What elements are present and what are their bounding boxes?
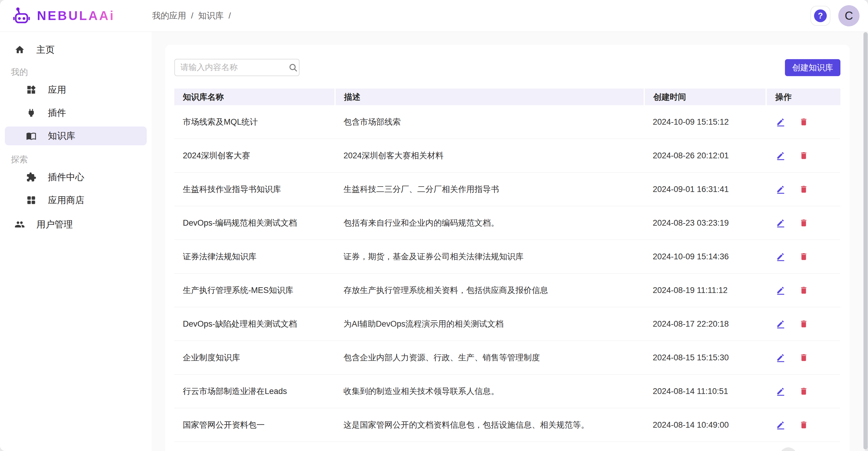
kb-description: 证券，期货，基金及证券公司相关法律法规知识库 <box>335 251 644 262</box>
delete-button[interactable] <box>799 319 809 329</box>
widgets-icon <box>26 85 36 95</box>
breadcrumb-separator: / <box>228 11 231 21</box>
search-icon[interactable] <box>288 63 298 72</box>
edit-pencil-icon <box>776 286 785 295</box>
sidebar-item-label: 应用商店 <box>48 194 84 207</box>
breadcrumb-knowledge-base[interactable]: 知识库 <box>198 10 224 22</box>
kb-name[interactable]: 2024深圳创客大赛 <box>174 150 335 161</box>
breadcrumb-my-apps[interactable]: 我的应用 <box>152 10 186 22</box>
kb-created-time: 2024-10-09 15:15:12 <box>644 117 766 127</box>
edit-button[interactable] <box>776 218 785 228</box>
toolbar: 创建知识库 <box>174 59 840 76</box>
help-button[interactable]: ? <box>810 6 830 26</box>
delete-button[interactable] <box>799 285 809 295</box>
trash-icon <box>799 319 808 328</box>
sidebar-group-my: 我的 <box>0 67 152 77</box>
table-body: 市场线索及MQL统计 包含市场部线索 2024-10-09 15:15:12 <box>174 105 840 442</box>
app-window: NEBULAAi 我的应用 / 知识库 / ? C 主页 我的 应用 插件 <box>0 0 868 451</box>
kb-created-time: 2024-08-26 20:12:01 <box>644 151 766 160</box>
edit-pencil-icon <box>776 218 785 228</box>
kb-created-time: 2024-08-14 11:10:51 <box>644 387 766 396</box>
table-row: 企业制度知识库 包含企业内部人力资源、行政、生产、销售等管理制度 2024-08… <box>174 341 840 374</box>
logo[interactable]: NEBULAAi <box>11 6 140 26</box>
edit-button[interactable] <box>776 353 785 362</box>
delete-button[interactable] <box>799 252 809 262</box>
sidebar: 主页 我的 应用 插件 知识库 探索 插件中心 应用商店 用户管理 <box>0 32 152 451</box>
header-actions: ? C <box>810 5 860 26</box>
search-box <box>174 59 300 76</box>
row-actions <box>766 218 840 228</box>
avatar[interactable]: C <box>838 5 860 26</box>
create-knowledge-base-button[interactable]: 创建知识库 <box>785 59 840 76</box>
edit-button[interactable] <box>776 319 785 329</box>
edit-pencil-icon <box>776 185 785 194</box>
table-row: DevOps-缺陷处理相关测试文档 为AI辅助DevOps流程演示用的相关测试文… <box>174 307 840 341</box>
trash-icon <box>799 353 808 362</box>
sidebar-item-label: 知识库 <box>48 130 75 142</box>
delete-button[interactable] <box>799 151 809 160</box>
sidebar-item-app-store[interactable]: 应用商店 <box>5 191 147 210</box>
row-actions <box>766 117 840 127</box>
kb-name[interactable]: 企业制度知识库 <box>174 352 335 363</box>
scrollbar-thumb[interactable] <box>864 32 868 450</box>
kb-description: 这是国家管网公开的文档资料信息包，包括设施信息、相关规范等。 <box>335 419 644 430</box>
delete-button[interactable] <box>799 386 809 396</box>
kb-name[interactable]: DevOps-编码规范相关测试文档 <box>174 217 335 229</box>
table-row: 市场线索及MQL统计 包含市场部线索 2024-10-09 15:15:12 <box>174 105 840 139</box>
edit-pencil-icon <box>776 387 785 396</box>
edit-button[interactable] <box>776 117 785 127</box>
trash-icon <box>799 286 808 295</box>
kb-created-time: 2024-08-23 03:23:19 <box>644 218 766 228</box>
edit-pencil-icon <box>776 117 785 126</box>
search-input[interactable] <box>180 62 288 72</box>
kb-name[interactable]: 生产执行管理系统-MES知识库 <box>174 285 335 296</box>
kb-name[interactable]: 证券法律法规知识库 <box>174 251 335 262</box>
edit-pencil-icon <box>776 353 785 362</box>
trash-icon <box>799 117 808 126</box>
kb-description: 收集到的制造业相关技术领导联系人信息。 <box>335 386 644 397</box>
breadcrumb-separator: / <box>191 11 193 21</box>
delete-button[interactable] <box>799 184 809 194</box>
kb-name[interactable]: DevOps-缺陷处理相关测试文档 <box>174 319 335 329</box>
edit-button[interactable] <box>776 151 785 160</box>
sidebar-item-knowledge-base[interactable]: 知识库 <box>5 126 147 145</box>
edit-button[interactable] <box>776 252 785 262</box>
sidebar-item-home[interactable]: 主页 <box>5 40 147 59</box>
kb-created-time: 2024-08-15 15:15:30 <box>644 353 766 362</box>
trash-icon <box>799 185 808 194</box>
kb-name[interactable]: 行云市场部制造业潜在Leads <box>174 386 335 397</box>
row-actions <box>766 151 840 160</box>
kb-description: 2024深圳创客大赛相关材料 <box>335 150 644 161</box>
table-row: 证券法律法规知识库 证券，期货，基金及证券公司相关法律法规知识库 2024-10… <box>174 240 840 274</box>
trash-icon <box>799 252 808 261</box>
delete-button[interactable] <box>799 353 809 362</box>
delete-button[interactable] <box>799 117 809 127</box>
kb-name[interactable]: 市场线索及MQL统计 <box>174 117 335 127</box>
table-row: 国家管网公开资料包一 这是国家管网公开的文档资料信息包，包括设施信息、相关规范等… <box>174 408 840 442</box>
delete-button[interactable] <box>799 218 809 228</box>
table-row: 生益科技作业指导书知识库 生益科技二三分厂、二分厂相关作用指导书 2024-09… <box>174 173 840 206</box>
kb-created-time: 2024-08-14 10:49:00 <box>644 420 766 430</box>
edit-button[interactable] <box>776 420 785 430</box>
table-header: 知识库名称 描述 创建时间 操作 <box>174 89 840 105</box>
sidebar-item-plugins[interactable]: 插件 <box>5 103 147 122</box>
sidebar-item-apps[interactable]: 应用 <box>5 80 147 99</box>
row-actions <box>766 285 840 295</box>
users-icon <box>14 219 25 230</box>
sidebar-group-explore: 探索 <box>0 154 152 165</box>
kb-name[interactable]: 生益科技作业指导书知识库 <box>174 184 335 195</box>
kb-created-time: 2024-08-19 11:11:12 <box>644 286 766 295</box>
column-header-description: 描述 <box>336 89 644 105</box>
delete-button[interactable] <box>799 420 809 430</box>
top-bar: NEBULAAi 我的应用 / 知识库 / ? C <box>0 0 868 32</box>
edit-button[interactable] <box>776 184 785 194</box>
edit-button[interactable] <box>776 285 785 295</box>
sidebar-item-user-management[interactable]: 用户管理 <box>5 215 147 234</box>
column-header-created-time: 创建时间 <box>645 89 766 105</box>
kb-name[interactable]: 国家管网公开资料包一 <box>174 419 335 430</box>
kb-description: 包含市场部线索 <box>335 117 644 127</box>
sidebar-item-plugin-center[interactable]: 插件中心 <box>5 168 147 186</box>
question-mark-icon: ? <box>814 9 827 22</box>
edit-button[interactable] <box>776 386 785 396</box>
kb-created-time: 2024-08-17 22:20:18 <box>644 319 766 329</box>
